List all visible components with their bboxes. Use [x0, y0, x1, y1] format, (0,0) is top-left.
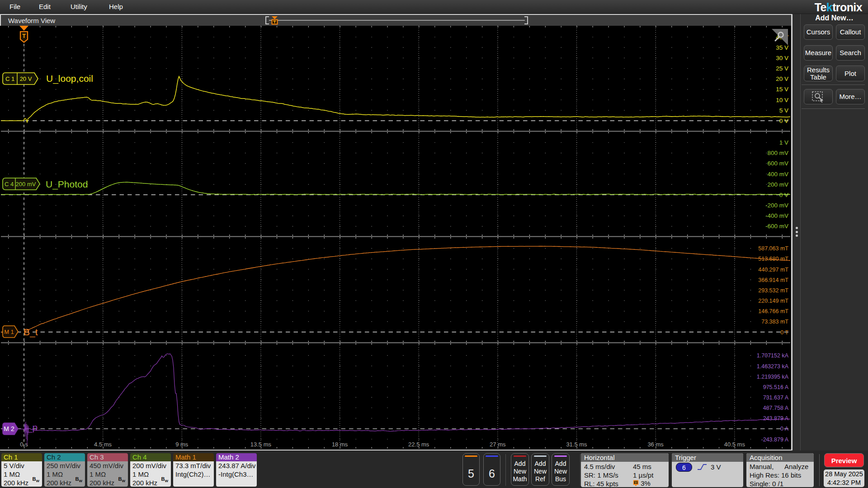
svg-text:20 V: 20 V [776, 75, 788, 82]
svg-text:13.5 ms: 13.5 ms [250, 441, 272, 448]
svg-text:0 s: 0 s [20, 441, 28, 448]
svg-text:0 V: 0 V [779, 192, 788, 198]
svg-text:243.879 A: 243.879 A [763, 415, 789, 422]
svg-text:1.463273 kA: 1.463273 kA [757, 363, 789, 370]
svg-text:C 4: C 4 [5, 181, 14, 188]
svg-text:587.063 mT: 587.063 mT [758, 245, 788, 252]
svg-text:M 2: M 2 [4, 425, 14, 432]
svg-text:30 V: 30 V [776, 55, 788, 61]
svg-text:22.5 ms: 22.5 ms [408, 441, 429, 448]
svg-text:600 mV: 600 mV [767, 160, 788, 167]
svg-text:B_t: B_t [24, 327, 38, 338]
svg-text:10 V: 10 V [776, 97, 788, 103]
svg-text:18 ms: 18 ms [332, 441, 348, 448]
svg-text:-400 mV: -400 mV [765, 212, 788, 219]
svg-text:0 T: 0 T [780, 329, 788, 336]
svg-text:366.914 mT: 366.914 mT [758, 277, 788, 283]
svg-text:200 mV: 200 mV [767, 181, 788, 188]
svg-text:146.766 mT: 146.766 mT [758, 308, 788, 314]
svg-text:0 V: 0 V [779, 117, 788, 124]
svg-text:800 mV: 800 mV [767, 150, 788, 156]
svg-text:220.149 mT: 220.149 mT [758, 298, 788, 304]
svg-text:U_loop,coil: U_loop,coil [46, 73, 93, 84]
svg-text:-243.879 A: -243.879 A [761, 436, 789, 443]
svg-text:1 V: 1 V [779, 139, 788, 146]
svg-text:T: T [22, 33, 26, 39]
svg-text:1.707152 kA: 1.707152 kA [757, 352, 789, 359]
svg-text:5 V: 5 V [779, 107, 788, 114]
svg-text:487.758 A: 487.758 A [763, 405, 789, 411]
svg-text:40.5 ms: 40.5 ms [724, 441, 745, 448]
svg-text:31.5 ms: 31.5 ms [566, 441, 587, 448]
svg-text:1.219395 kA: 1.219395 kA [757, 374, 789, 380]
svg-text:C 1: C 1 [5, 75, 14, 82]
svg-text:0 A: 0 A [780, 426, 789, 432]
svg-text:25 V: 25 V [776, 65, 788, 72]
svg-text:9 ms: 9 ms [175, 441, 189, 448]
svg-text:20 V: 20 V [20, 75, 32, 82]
svg-text:-600 mV: -600 mV [765, 223, 788, 230]
svg-text:35 V: 35 V [776, 44, 788, 51]
svg-text:27 ms: 27 ms [490, 441, 506, 448]
svg-text:200 mV: 200 mV [16, 181, 36, 188]
svg-text:293.532 mT: 293.532 mT [758, 287, 788, 294]
svg-text:731.637 A: 731.637 A [763, 394, 789, 401]
svg-text:U_Photod: U_Photod [46, 179, 88, 190]
svg-text:15 V: 15 V [776, 86, 788, 93]
svg-text:I_p: I_p [24, 422, 38, 433]
svg-text:73.383 mT: 73.383 mT [761, 319, 788, 325]
svg-text:4.5 ms: 4.5 ms [94, 441, 112, 448]
svg-text:400 mV: 400 mV [767, 171, 788, 178]
svg-text:M 1: M 1 [4, 328, 14, 335]
svg-text:975.516 A: 975.516 A [763, 384, 789, 390]
svg-text:440.297 mT: 440.297 mT [758, 267, 788, 273]
svg-text:T: T [635, 481, 637, 485]
svg-text:513.680 mT: 513.680 mT [758, 256, 788, 262]
svg-text:-200 mV: -200 mV [765, 202, 788, 209]
svg-text:36 ms: 36 ms [647, 441, 664, 448]
